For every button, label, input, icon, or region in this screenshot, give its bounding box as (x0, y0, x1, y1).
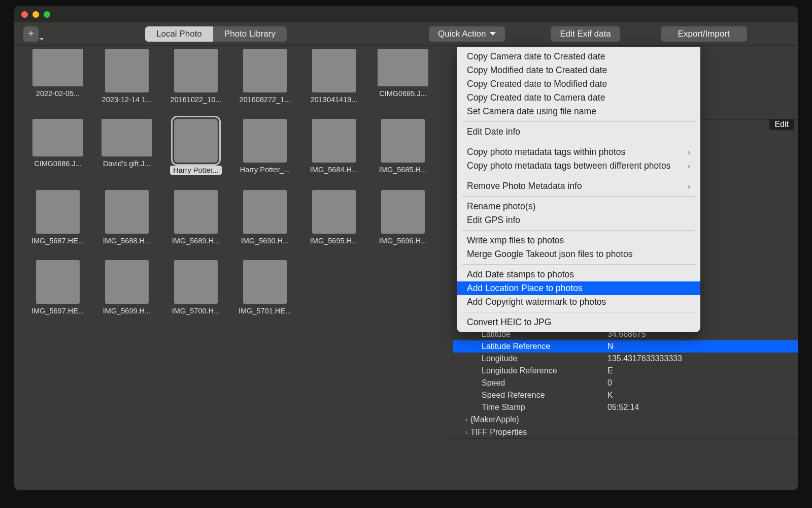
menu-item[interactable]: Merge Google Takeout json files to photo… (457, 247, 700, 261)
menu-item[interactable]: Copy Created date to Camera date (457, 91, 700, 105)
app-window: + Local Photo Photo Library Quick Action… (14, 6, 798, 490)
menu-item[interactable]: Copy Camera date to Created date (457, 50, 700, 64)
thumbnail-filename: IMG_5700.H... (172, 307, 220, 315)
thumbnail[interactable]: IMG_5695.H... (301, 190, 366, 245)
thumbnail-image (378, 49, 428, 86)
zoom-icon[interactable] (44, 11, 50, 18)
thumbnail-filename: IMG_5696.H... (379, 237, 427, 245)
thumbnail[interactable]: CIMG0685.J... (370, 49, 435, 104)
titlebar (14, 6, 798, 22)
edit-button[interactable]: Edit (769, 119, 794, 130)
thumbnail-filename: CIMG0686.J... (34, 160, 81, 168)
edit-exif-button[interactable]: Edit Exif data (551, 26, 620, 42)
menu-item[interactable]: Copy Modified date to Created date (457, 64, 700, 77)
thumbnail-grid[interactable]: 2022-02-05...2023-12-14 1...20161022_10.… (14, 46, 453, 490)
menu-item[interactable]: Convert HEIC to JPG (457, 315, 700, 329)
thumbnail[interactable]: IMG_5684.H... (301, 119, 366, 175)
thumbnail-image (243, 190, 287, 234)
thumbnail-filename: IMG_5695.H... (310, 237, 358, 245)
toolbar: + Local Photo Photo Library Quick Action… (14, 22, 798, 46)
menu-item[interactable]: Copy Created date to Modified date (457, 77, 700, 91)
thumbnail[interactable]: IMG_5685.H... (370, 119, 435, 175)
thumbnail-filename: CIMG0685.J... (379, 89, 426, 98)
thumbnail-filename: IMG_5689.H... (172, 237, 220, 245)
chevron-right-icon: › (688, 162, 690, 170)
menu-item[interactable]: Rename photo(s) (457, 200, 700, 213)
thumbnail-image (174, 49, 218, 92)
thumbnail-image (381, 119, 425, 163)
thumbnail[interactable]: 2022-02-05... (25, 49, 90, 104)
menu-item[interactable]: Copy photo metadata tags within photos› (457, 145, 700, 159)
thumbnail[interactable]: IMG_5690.H... (232, 190, 297, 245)
menu-item[interactable]: Edit Date info (457, 125, 700, 139)
thumbnail-image (243, 49, 287, 92)
quick-action-menu[interactable]: Copy Camera date to Created dateCopy Mod… (457, 47, 700, 332)
thumbnail-filename: IMG_5690.H... (241, 237, 289, 245)
thumbnail-filename: 20161022_10... (171, 96, 222, 104)
section-tiff[interactable]: › TIFF Properties (453, 426, 798, 439)
thumbnail[interactable]: Harry Potter... (163, 119, 228, 175)
thumbnail-image (36, 260, 80, 304)
meta-row-latitude-ref[interactable]: Latitude Reference N (453, 340, 798, 353)
menu-item[interactable]: Add Location Place to photos (457, 281, 700, 295)
menu-item[interactable]: Edit GPS info (457, 213, 700, 227)
quick-action-button[interactable]: Quick Action (429, 26, 505, 42)
thumbnail-filename: 2013041419... (311, 96, 358, 104)
meta-value: 0 (605, 377, 798, 389)
menu-item[interactable]: Copy photo metadata tags between differe… (457, 159, 700, 173)
menu-item[interactable]: Add Copyright watermark to photos (457, 295, 700, 309)
thumbnail-image (36, 190, 80, 234)
thumbnail-image (105, 190, 149, 234)
menu-item[interactable]: Set Camera date using file name (457, 105, 700, 118)
menu-item[interactable]: Write xmp files to photos (457, 234, 700, 247)
thumbnail-filename: IMG_5697.HE... (31, 307, 84, 315)
chevron-down-icon (490, 32, 496, 36)
thumbnail[interactable]: IMG_5687.HE... (25, 190, 90, 245)
thumbnail[interactable]: 20161022_10... (163, 49, 228, 104)
thumbnail-filename: IMG_5688.H... (103, 237, 151, 245)
thumbnail[interactable]: IMG_5700.H... (163, 260, 228, 315)
menu-item[interactable]: Remove Photo Metadata info› (457, 179, 700, 193)
window-controls (21, 11, 50, 18)
thumbnail-filename: IMG_5701.HE... (239, 307, 291, 315)
thumbnail-image (105, 260, 149, 304)
thumbnail[interactable]: IMG_5688.H... (94, 190, 159, 245)
thumbnail-filename: Harry Potter... (170, 166, 221, 175)
minimize-icon[interactable] (32, 11, 39, 18)
close-icon[interactable] (21, 11, 28, 18)
thumbnail-image (312, 190, 356, 234)
thumbnail[interactable]: IMG_5697.HE... (25, 260, 90, 315)
thumbnail[interactable]: 2023-12-14 1... (94, 49, 159, 104)
thumbnail[interactable]: IMG_5696.H... (370, 190, 435, 245)
thumbnail-filename: 201608272_1... (240, 96, 291, 104)
thumbnail-filename: 2023-12-14 1... (102, 96, 152, 104)
export-import-button[interactable]: Export/Import (661, 26, 747, 42)
thumbnail-image (32, 119, 83, 156)
thumbnail[interactable]: IMG_5699.H... (94, 260, 159, 315)
thumbnail-filename: IMG_5684.H... (310, 166, 358, 174)
thumbnail[interactable]: CIMG0686.J... (25, 119, 90, 175)
chevron-right-icon: › (465, 416, 467, 423)
tab-photo-library[interactable]: Photo Library (213, 26, 287, 42)
thumbnail-image (312, 119, 356, 163)
thumbnail[interactable]: IMG_5689.H... (163, 190, 228, 245)
thumbnail-image (243, 119, 287, 163)
thumbnail[interactable]: 201608272_1... (232, 49, 297, 104)
thumbnail-image (174, 190, 218, 234)
thumbnail-image (312, 49, 356, 92)
add-button[interactable]: + (23, 26, 39, 42)
thumbnail[interactable]: Harry Potter_... (232, 119, 297, 175)
quick-action-label: Quick Action (438, 29, 486, 39)
thumbnail[interactable]: David's gift.J... (94, 119, 159, 175)
meta-key: Time Stamp (453, 401, 605, 414)
thumbnail-filename: IMG_5685.H... (379, 166, 427, 174)
meta-value: 135.4317633333333 (605, 353, 798, 365)
menu-item[interactable]: Add Date stamps to photos (457, 268, 700, 281)
thumbnail[interactable]: 2013041419... (301, 49, 366, 104)
thumbnail-filename: Harry Potter_... (240, 166, 290, 174)
meta-key: Longitude (453, 353, 605, 365)
thumbnail[interactable]: IMG_5701.HE... (232, 260, 297, 315)
section-makerapple[interactable]: › {MakerApple} (453, 414, 798, 426)
thumbnail-filename: IMG_5687.HE... (31, 237, 84, 245)
tab-local-photo[interactable]: Local Photo (145, 26, 213, 42)
